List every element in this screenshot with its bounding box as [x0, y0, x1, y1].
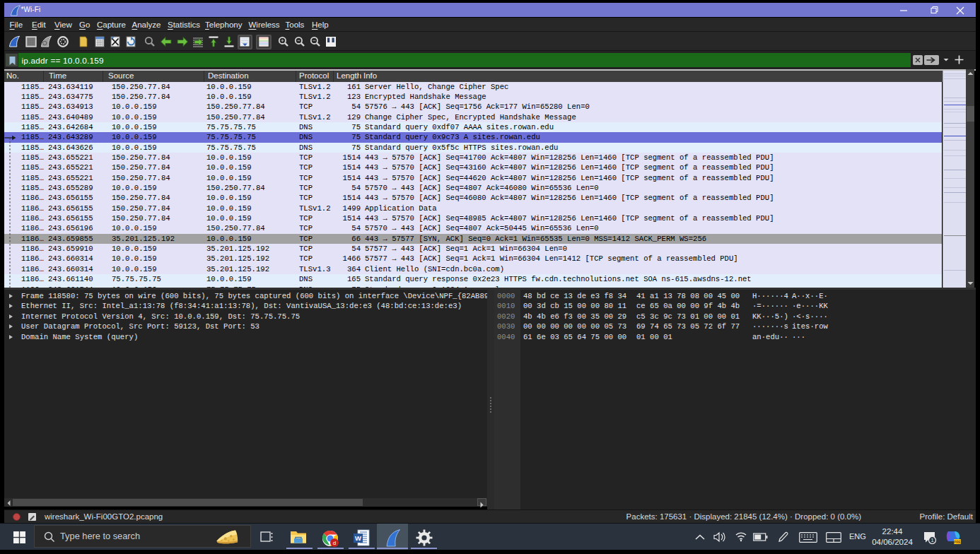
svg-text:PRE: PRE — [954, 540, 962, 544]
svg-text:d: d — [333, 540, 336, 546]
svg-text:W: W — [355, 534, 361, 542]
svg-text:1: 1 — [931, 537, 933, 543]
